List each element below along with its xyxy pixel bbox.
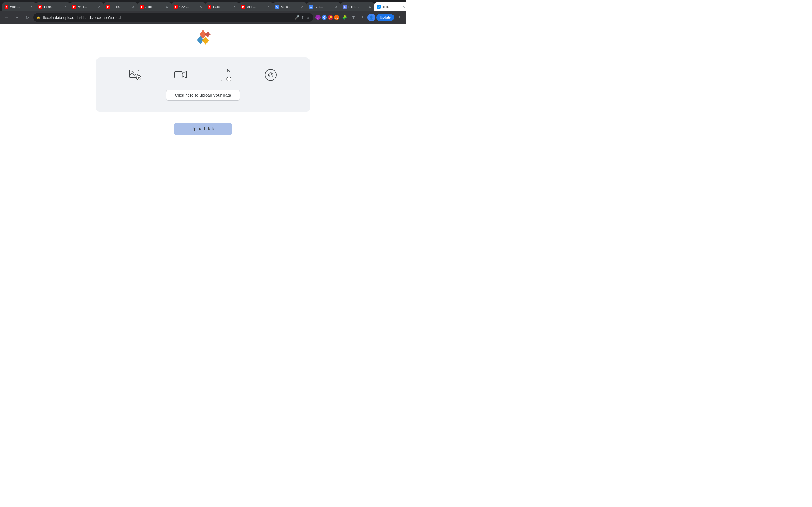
upload-drop-area[interactable]: Click here to upload your data (96, 57, 310, 112)
address-bar: ← → ↻ 🔒 filecoin-data-upload-dashbard.ve… (0, 11, 406, 24)
svg-rect-9 (174, 71, 183, 78)
more-menu-button[interactable]: ⋮ (358, 13, 366, 21)
tab-label: Data... (213, 5, 231, 8)
tab-label: Algo... (247, 5, 264, 8)
forward-button[interactable]: → (13, 13, 21, 21)
address-icons: 🎤 ⬆ ☆ (295, 15, 310, 20)
tab-favicon-filecoin: ⬡ (377, 5, 380, 9)
tab-ether[interactable]: ▶ Ether... ✕ (104, 2, 138, 11)
video-file-type (174, 69, 187, 81)
puzzle-icon[interactable]: 🧩 (340, 13, 348, 21)
star-icon[interactable]: ☆ (306, 15, 310, 20)
tab-data[interactable]: ▶ Data... ✕ (205, 2, 239, 11)
tab-close[interactable]: ✕ (29, 4, 34, 9)
svg-point-16 (265, 69, 276, 80)
tab-bar: ▶ What... ✕ ▶ Incre... ✕ ▶ Andr... ✕ ▶ E… (0, 0, 406, 11)
svg-marker-3 (205, 32, 211, 37)
tab-favicon: ▶ (207, 5, 211, 9)
address-text: filecoin-data-upload-dashbard.vercel.app… (42, 15, 293, 20)
tab-label: App... (315, 5, 332, 8)
tab-eth[interactable]: Ξ ETH0... ✕ (341, 2, 374, 11)
back-button[interactable]: ← (3, 13, 11, 21)
music-icon (264, 69, 277, 81)
tab-favicon-yt: ▶ (4, 5, 8, 9)
tab-close[interactable]: ✕ (97, 4, 101, 9)
profile-avatar[interactable]: 👤 (367, 13, 375, 21)
tab-favicon: G (309, 5, 313, 9)
lock-icon: 🔒 (37, 16, 41, 19)
mic-icon[interactable]: 🎤 (295, 15, 299, 20)
document-file-type (219, 69, 232, 81)
tab-label: Algo... (146, 5, 163, 8)
image-icon (129, 69, 142, 81)
tab-what[interactable]: ▶ What... ✕ (2, 2, 36, 11)
tab-favicon: ▶ (72, 5, 76, 9)
update-button[interactable]: Update (376, 14, 394, 21)
tab-algo2[interactable]: ▶ Algo... ✕ (239, 2, 273, 11)
tab-close[interactable]: ✕ (165, 4, 169, 9)
upload-button-container: Upload data (174, 123, 233, 135)
share-icon[interactable]: ⬆ (301, 15, 305, 20)
file-type-icons (113, 69, 293, 81)
tab-secu[interactable]: G Secu... ✕ (273, 2, 307, 11)
upload-data-button[interactable]: Upload data (174, 123, 233, 135)
tab-close[interactable]: ✕ (232, 4, 237, 9)
brave-extension-icon[interactable]: ⚔ (315, 15, 320, 20)
tab-app[interactable]: G App... ✕ (307, 2, 341, 11)
tab-close[interactable]: ✕ (402, 4, 406, 9)
video-icon (174, 69, 187, 81)
tab-label: Ether... (112, 5, 129, 8)
toolbar-right: ⚔ G 🔑 🦊 🧩 ◫ ⋮ 👤 Update ⋮ (315, 13, 403, 21)
tab-label: CS50... (179, 5, 197, 8)
tab-favicon: ▶ (174, 5, 177, 9)
tab-label: ETH0... (349, 5, 366, 8)
document-icon (219, 69, 232, 81)
tab-close[interactable]: ✕ (199, 4, 203, 9)
tab-close[interactable]: ✕ (300, 4, 305, 9)
app-logo (193, 29, 213, 49)
upload-click-button[interactable]: Click here to upload your data (166, 90, 240, 101)
browser-chrome: ▶ What... ✕ ▶ Incre... ✕ ▶ Andr... ✕ ▶ E… (0, 0, 406, 24)
address-input-wrap[interactable]: 🔒 filecoin-data-upload-dashbard.vercel.a… (33, 13, 313, 22)
tab-favicon: G (275, 5, 279, 9)
tab-label: Andr... (78, 5, 95, 8)
tab-favicon: ▶ (106, 5, 110, 9)
tab-andr[interactable]: ▶ Andr... ✕ (70, 2, 104, 11)
logo-container (193, 29, 213, 49)
tab-favicon: Ξ (343, 5, 347, 9)
tab-close[interactable]: ✕ (63, 4, 68, 9)
update-menu-button[interactable]: ⋮ (395, 13, 403, 21)
ext-icon-orange[interactable]: 🦊 (334, 15, 339, 20)
image-file-type (129, 69, 142, 81)
tab-close[interactable]: ✕ (266, 4, 271, 9)
tab-filecoin[interactable]: ⬡ filec... ✕ (374, 2, 406, 11)
music-file-type (264, 69, 277, 81)
tab-label: What... (10, 5, 28, 8)
page-content: Click here to upload your data Upload da… (0, 24, 406, 253)
tab-close[interactable]: ✕ (131, 4, 135, 9)
tab-label: Incre... (44, 5, 61, 8)
tab-close[interactable]: ✕ (368, 4, 372, 9)
tab-favicon: ▶ (241, 5, 245, 9)
tab-label: Secu... (281, 5, 298, 8)
sidebar-icon[interactable]: ◫ (349, 13, 357, 21)
tab-algo1[interactable]: ▶ Algo... ✕ (138, 2, 171, 11)
tab-favicon: ▶ (140, 5, 144, 9)
tab-favicon: ▶ (38, 5, 42, 9)
tab-close[interactable]: ✕ (334, 4, 338, 9)
tab-incre[interactable]: ▶ Incre... ✕ (36, 2, 70, 11)
google-extension-icon[interactable]: G (322, 15, 327, 20)
reload-button[interactable]: ↻ (23, 13, 31, 21)
lastpass-icon[interactable]: 🔑 (328, 15, 333, 20)
tab-cs50[interactable]: ▶ CS50... ✕ (171, 2, 205, 11)
tab-label: filec... (382, 5, 400, 8)
